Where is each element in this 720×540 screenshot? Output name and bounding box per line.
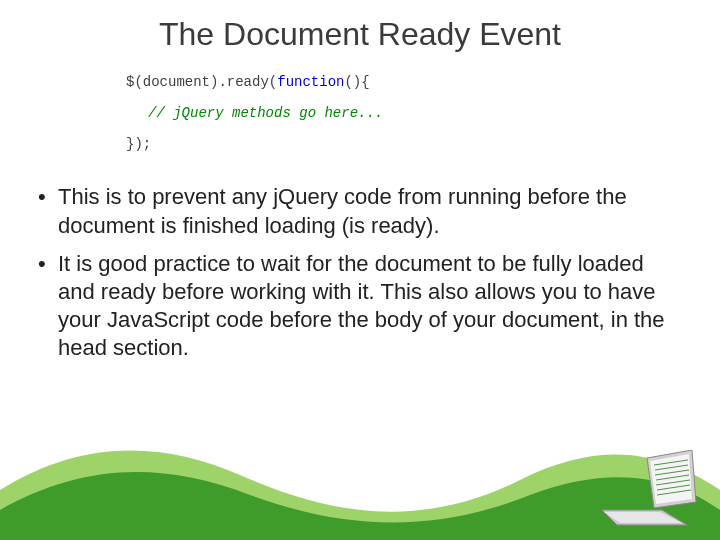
svg-line-7 xyxy=(656,475,689,480)
code-text: (){ xyxy=(344,74,369,90)
code-line-1: $(document).ready(function(){ xyxy=(126,67,684,98)
code-comment: // jQuery methods go here... xyxy=(148,98,684,129)
laptop-icon xyxy=(592,450,702,530)
svg-line-8 xyxy=(656,480,690,485)
svg-line-9 xyxy=(657,485,690,490)
list-item: It is good practice to wait for the docu… xyxy=(36,250,684,363)
svg-marker-3 xyxy=(650,454,692,504)
slide-title: The Document Ready Event xyxy=(36,16,684,53)
svg-line-10 xyxy=(657,490,691,495)
svg-line-5 xyxy=(655,465,688,470)
svg-marker-1 xyxy=(604,512,682,523)
svg-line-6 xyxy=(655,470,689,475)
bullet-list: This is to prevent any jQuery code from … xyxy=(36,183,684,362)
code-keyword: function xyxy=(277,74,344,90)
code-line-3: }); xyxy=(126,129,684,160)
list-item: This is to prevent any jQuery code from … xyxy=(36,183,684,239)
wave-decoration xyxy=(0,420,720,540)
svg-line-4 xyxy=(654,460,688,465)
svg-marker-2 xyxy=(647,450,696,508)
code-block: $(document).ready(function(){ // jQuery … xyxy=(126,67,684,159)
svg-marker-0 xyxy=(602,510,687,525)
code-text: $(document).ready( xyxy=(126,74,277,90)
slide: The Document Ready Event $(document).rea… xyxy=(0,0,720,540)
